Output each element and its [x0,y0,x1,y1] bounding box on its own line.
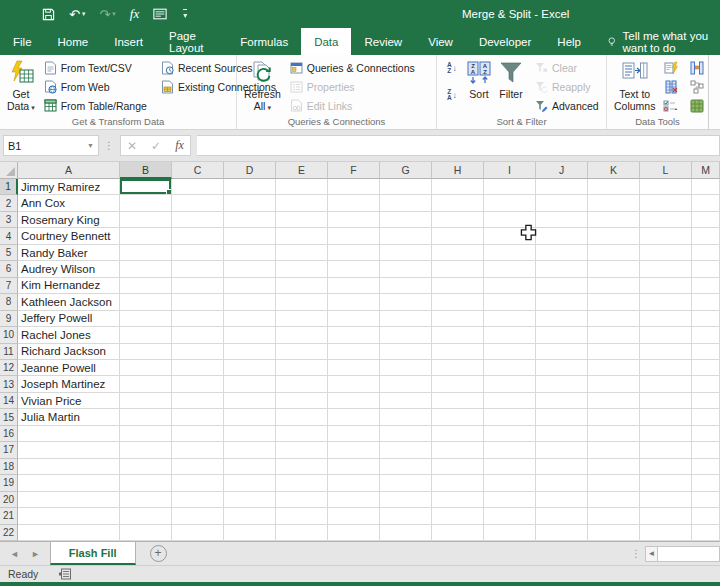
cell-I6[interactable] [484,261,536,277]
cell-I11[interactable] [484,344,536,360]
cell-M17[interactable] [692,442,720,458]
row-header-3[interactable]: 3 [0,212,18,228]
cell-A12[interactable]: Jeanne Powell [18,360,120,376]
cell-G16[interactable] [380,426,432,442]
cell-K15[interactable] [588,409,640,425]
cell-E21[interactable] [276,508,328,524]
row-header-16[interactable]: 16 [0,426,18,442]
cell-G2[interactable] [380,195,432,211]
fx-icon[interactable]: fx [175,138,184,153]
cell-G22[interactable] [380,525,432,541]
cell-K20[interactable] [588,492,640,508]
cell-D6[interactable] [224,261,276,277]
cell-F13[interactable] [328,376,380,392]
cell-A13[interactable]: Joseph Martinez [18,376,120,392]
row-header-20[interactable]: 20 [0,492,18,508]
cell-A5[interactable]: Randy Baker [18,245,120,261]
tab-view[interactable]: View [415,28,466,55]
cell-B5[interactable] [120,245,172,261]
cell-M16[interactable] [692,426,720,442]
cell-I13[interactable] [484,376,536,392]
sheet-nav-left-icon[interactable]: ◄ [10,549,19,559]
cell-D11[interactable] [224,344,276,360]
cell-F14[interactable] [328,393,380,409]
cell-H6[interactable] [432,261,484,277]
cell-C16[interactable] [172,426,224,442]
cell-E17[interactable] [276,442,328,458]
cell-D15[interactable] [224,409,276,425]
cell-L19[interactable] [640,475,692,491]
cell-K2[interactable] [588,195,640,211]
cell-J17[interactable] [536,442,588,458]
cell-M6[interactable] [692,261,720,277]
cell-B17[interactable] [120,442,172,458]
cell-E10[interactable] [276,327,328,343]
cell-G4[interactable] [380,228,432,244]
cell-K10[interactable] [588,327,640,343]
column-header-E[interactable]: E [276,162,328,179]
row-header-22[interactable]: 22 [0,525,18,541]
cell-J12[interactable] [536,360,588,376]
cell-G3[interactable] [380,212,432,228]
cell-J3[interactable] [536,212,588,228]
cell-D1[interactable] [224,179,276,195]
cell-E8[interactable] [276,294,328,310]
cell-I1[interactable] [484,179,536,195]
cell-D22[interactable] [224,525,276,541]
cell-K12[interactable] [588,360,640,376]
cell-C1[interactable] [172,179,224,195]
cell-M15[interactable] [692,409,720,425]
get-data-button[interactable]: Get Data▾ [4,58,38,114]
row-header-21[interactable]: 21 [0,508,18,524]
cell-I8[interactable] [484,294,536,310]
column-header-I[interactable]: I [484,162,536,179]
cell-H1[interactable] [432,179,484,195]
cell-I14[interactable] [484,393,536,409]
cell-D10[interactable] [224,327,276,343]
cell-D3[interactable] [224,212,276,228]
enter-icon[interactable]: ✓ [151,139,161,153]
cell-G9[interactable] [380,311,432,327]
cell-E14[interactable] [276,393,328,409]
column-header-K[interactable]: K [588,162,640,179]
cell-A6[interactable]: Audrey Wilson [18,261,120,277]
cell-K18[interactable] [588,459,640,475]
cell-E22[interactable] [276,525,328,541]
cell-E15[interactable] [276,409,328,425]
column-header-F[interactable]: F [328,162,380,179]
cell-I21[interactable] [484,508,536,524]
from-text-csv-button[interactable]: From Text/CSV [42,58,149,77]
cell-H19[interactable] [432,475,484,491]
cell-G12[interactable] [380,360,432,376]
cell-H10[interactable] [432,327,484,343]
cell-J10[interactable] [536,327,588,343]
cell-C18[interactable] [172,459,224,475]
cell-H15[interactable] [432,409,484,425]
from-table-range-button[interactable]: From Table/Range [42,96,149,115]
cell-B22[interactable] [120,525,172,541]
row-header-6[interactable]: 6 [0,261,18,277]
cell-E2[interactable] [276,195,328,211]
filter-button[interactable]: Filter [495,58,527,102]
column-header-D[interactable]: D [224,162,276,179]
cell-G18[interactable] [380,459,432,475]
cell-E12[interactable] [276,360,328,376]
tab-page-layout[interactable]: Page Layout [156,28,227,55]
cell-M3[interactable] [692,212,720,228]
cell-J11[interactable] [536,344,588,360]
sort-button[interactable]: ZAAZ Sort [463,58,495,102]
cell-C11[interactable] [172,344,224,360]
tab-data[interactable]: Data [301,28,351,55]
cell-E3[interactable] [276,212,328,228]
cell-K4[interactable] [588,228,640,244]
cell-C19[interactable] [172,475,224,491]
row-header-18[interactable]: 18 [0,459,18,475]
cell-M7[interactable] [692,278,720,294]
horizontal-scrollbar[interactable] [658,546,720,562]
cell-H18[interactable] [432,459,484,475]
cell-B1[interactable] [120,179,172,195]
cell-B19[interactable] [120,475,172,491]
text-to-columns-button[interactable]: Text to Columns [611,58,658,114]
cell-E13[interactable] [276,376,328,392]
cell-A16[interactable] [18,426,120,442]
